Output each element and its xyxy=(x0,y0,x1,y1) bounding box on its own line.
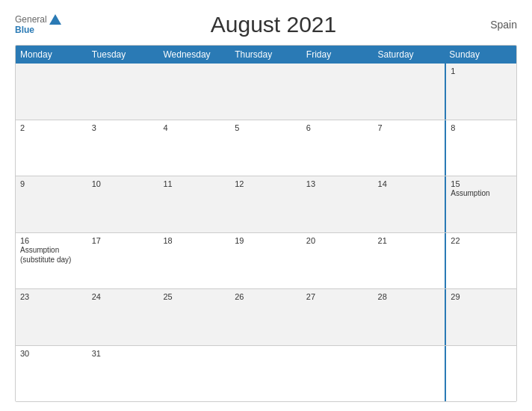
day-number: 11 xyxy=(163,179,226,188)
svg-marker-0 xyxy=(49,14,61,25)
calendar-day-cell: 19 xyxy=(230,233,302,289)
calendar-day-cell xyxy=(374,64,445,120)
weekday-header-tuesday: Tuesday xyxy=(87,46,159,64)
day-number: 13 xyxy=(306,179,369,188)
calendar-day-cell: 24 xyxy=(87,289,159,345)
calendar-day-cell: 31 xyxy=(87,346,159,402)
calendar-day-cell xyxy=(158,346,230,402)
logo: General Blue xyxy=(15,14,75,35)
calendar-grid: MondayTuesdayWednesdayThursdayFridaySatu… xyxy=(15,45,517,402)
calendar-weekday-header: MondayTuesdayWednesdayThursdayFridaySatu… xyxy=(16,46,516,64)
day-number: 22 xyxy=(451,236,512,245)
calendar-day-cell xyxy=(158,64,230,120)
day-number: 31 xyxy=(92,349,155,358)
calendar-day-cell: 18 xyxy=(158,233,230,289)
day-number: 5 xyxy=(235,123,297,132)
day-event: Assumption (substitute day) xyxy=(20,246,71,264)
day-number: 12 xyxy=(235,179,297,188)
calendar-day-cell xyxy=(230,64,302,120)
day-number: 9 xyxy=(20,179,83,188)
weekday-header-saturday: Saturday xyxy=(374,46,445,64)
weekday-header-monday: Monday xyxy=(16,46,87,64)
day-number: 3 xyxy=(92,123,155,132)
calendar-day-cell xyxy=(87,64,159,120)
day-number: 27 xyxy=(306,292,369,301)
calendar-day-cell: 28 xyxy=(374,289,445,345)
day-number: 7 xyxy=(378,123,441,132)
calendar-day-cell: 29 xyxy=(445,289,516,345)
day-number: 19 xyxy=(235,236,297,245)
calendar-week-row: 1 xyxy=(16,64,516,120)
calendar-day-cell: 23 xyxy=(16,289,87,345)
weekday-header-friday: Friday xyxy=(302,46,374,64)
calendar-day-cell: 22 xyxy=(445,233,516,289)
calendar-day-cell xyxy=(302,346,374,402)
calendar-week-row: 16Assumption (substitute day)17181920212… xyxy=(16,233,516,290)
day-number: 20 xyxy=(306,236,369,245)
calendar-day-cell: 26 xyxy=(230,289,302,345)
calendar-day-cell: 25 xyxy=(158,289,230,345)
calendar-day-cell xyxy=(16,64,87,120)
calendar-day-cell: 2 xyxy=(16,120,87,176)
calendar-day-cell xyxy=(445,346,516,402)
day-number: 26 xyxy=(235,292,297,301)
calendar-week-row: 9101112131415Assumption xyxy=(16,176,516,233)
calendar-day-cell xyxy=(302,64,374,120)
calendar-day-cell: 16Assumption (substitute day) xyxy=(16,233,87,289)
calendar-day-cell: 12 xyxy=(230,176,302,232)
calendar-body: 123456789101112131415Assumption16Assumpt… xyxy=(16,64,516,401)
calendar-day-cell: 17 xyxy=(87,233,159,289)
weekday-header-thursday: Thursday xyxy=(230,46,302,64)
day-event: Assumption xyxy=(451,189,489,197)
day-number: 2 xyxy=(20,123,83,132)
calendar-day-cell: 8 xyxy=(445,120,516,176)
calendar-day-cell: 27 xyxy=(302,289,374,345)
calendar-week-row: 3031 xyxy=(16,346,516,402)
day-number: 21 xyxy=(378,236,441,245)
page-title: August 2021 xyxy=(75,12,472,37)
day-number: 16 xyxy=(20,236,83,245)
weekday-header-sunday: Sunday xyxy=(445,46,516,64)
calendar-day-cell: 6 xyxy=(302,120,374,176)
calendar-day-cell: 20 xyxy=(302,233,374,289)
day-number: 17 xyxy=(92,236,155,245)
calendar-day-cell: 13 xyxy=(302,176,374,232)
day-number: 15 xyxy=(451,179,512,188)
calendar-week-row: 23242526272829 xyxy=(16,289,516,346)
day-number: 8 xyxy=(451,123,512,132)
day-number: 29 xyxy=(451,292,512,301)
day-number: 1 xyxy=(451,67,512,75)
logo-blue-text: Blue xyxy=(15,25,34,35)
calendar-week-row: 2345678 xyxy=(16,120,516,177)
calendar-day-cell xyxy=(374,346,445,402)
calendar-day-cell: 5 xyxy=(230,120,302,176)
day-number: 4 xyxy=(163,123,226,132)
calendar-day-cell: 14 xyxy=(374,176,445,232)
day-number: 23 xyxy=(20,292,83,301)
logo-icon xyxy=(49,14,61,25)
calendar-day-cell: 3 xyxy=(87,120,159,176)
calendar-day-cell: 9 xyxy=(16,176,87,232)
calendar-day-cell: 1 xyxy=(445,64,516,120)
calendar-header: General Blue August 2021 Spain xyxy=(15,12,517,37)
day-number: 25 xyxy=(163,292,226,301)
calendar-day-cell xyxy=(230,346,302,402)
weekday-header-wednesday: Wednesday xyxy=(158,46,230,64)
calendar-day-cell: 15Assumption xyxy=(445,176,516,232)
day-number: 14 xyxy=(378,179,441,188)
country-label: Spain xyxy=(472,19,517,31)
day-number: 24 xyxy=(92,292,155,301)
day-number: 30 xyxy=(20,349,83,358)
calendar-day-cell: 11 xyxy=(158,176,230,232)
day-number: 10 xyxy=(92,179,155,188)
day-number: 28 xyxy=(378,292,441,301)
calendar-day-cell: 21 xyxy=(374,233,445,289)
calendar-day-cell: 7 xyxy=(374,120,445,176)
day-number: 18 xyxy=(163,236,226,245)
day-number: 6 xyxy=(306,123,369,132)
calendar-day-cell: 4 xyxy=(158,120,230,176)
logo-general-text: General xyxy=(15,14,47,25)
calendar-day-cell: 30 xyxy=(16,346,87,402)
calendar-day-cell: 10 xyxy=(87,176,159,232)
